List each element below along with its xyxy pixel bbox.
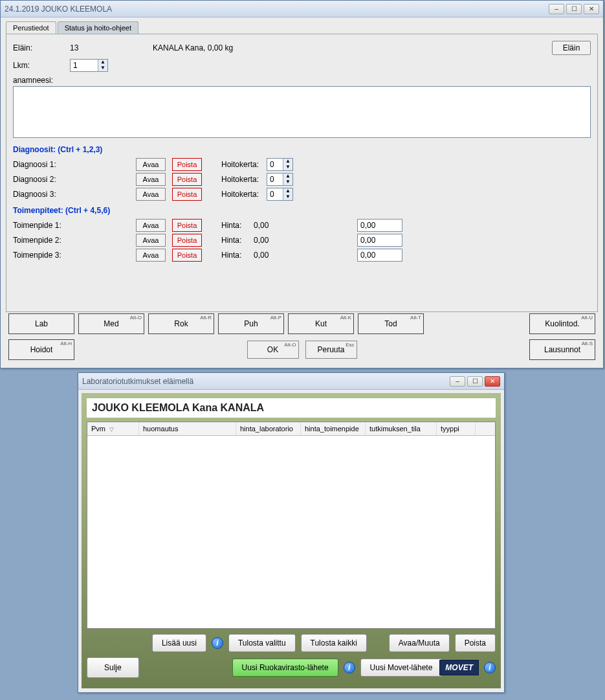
column-header-hinta_laboratorio[interactable]: hinta_laboratorio: [236, 422, 301, 435]
toimenpide-label: Toimenpide 1:: [13, 221, 129, 230]
kut-button[interactable]: KutAlt-K: [288, 313, 354, 334]
hoitokerta-input[interactable]: [267, 159, 283, 170]
avaa-button[interactable]: Avaa: [136, 188, 166, 201]
hinta-label: Hinta:: [221, 236, 247, 245]
poista-button[interactable]: Poista: [172, 158, 202, 171]
lab-table: Pvm▽huomautushinta_laboratoriohinta_toim…: [87, 422, 496, 629]
shortcut-label: Alt-H: [60, 341, 72, 346]
hoitokerta-stepper[interactable]: ▲▼: [267, 188, 293, 201]
shortcut-label: Alt-K: [340, 315, 351, 321]
uusi-ruokavirasto-button[interactable]: Uusi Ruokavirasto-lähete: [232, 659, 338, 677]
lab-window-title: Laboratoriotutkimukset eläimellä: [82, 377, 193, 386]
hoitokerta-stepper[interactable]: ▲▼: [267, 173, 293, 186]
perustiedot-panel: Eläin: 13 KANALA Kana, 0,00 kg Eläin Lkm…: [6, 34, 598, 312]
column-header-tutkimuksen_tila[interactable]: tutkimuksen_tila: [366, 422, 437, 435]
kuolintod-label: Kuolintod.: [545, 319, 579, 328]
lkm-stepper[interactable]: ▲▼: [70, 59, 108, 72]
avaa-button[interactable]: Avaa: [136, 158, 166, 171]
shortcut-label: Alt-R: [200, 315, 212, 321]
column-header-huomautus[interactable]: huomautus: [139, 422, 236, 435]
lisaa-uusi-button[interactable]: Lisää uusi: [152, 634, 206, 652]
column-header-tyyppi[interactable]: tyyppi: [437, 422, 476, 435]
column-header-Pvm[interactable]: Pvm▽: [87, 422, 139, 435]
button-label: Med: [104, 319, 118, 328]
rok-button[interactable]: RokAlt-R: [148, 313, 214, 334]
hoitokerta-stepper[interactable]: ▲▼: [267, 158, 293, 171]
lab-poista-button[interactable]: Poista: [455, 634, 496, 652]
elain-description: KANALA Kana, 0,00 kg: [153, 43, 233, 52]
ok-button[interactable]: OK Alt-O: [247, 341, 299, 359]
avaa-button[interactable]: Avaa: [136, 219, 166, 232]
shortcut-label: Alt-T: [410, 315, 421, 321]
button-label: Kut: [315, 319, 327, 328]
avaa-button[interactable]: Avaa: [136, 173, 166, 186]
info-icon[interactable]: i: [344, 662, 355, 673]
column-header-hinta_toimenpide[interactable]: hinta_toimenpide: [301, 422, 366, 435]
poista-button[interactable]: Poista: [172, 219, 202, 232]
hinta-value: 0,00: [254, 236, 292, 245]
info-icon[interactable]: i: [484, 662, 496, 673]
toimenpiteet-header: Toimenpiteet: (Ctrl + 4,5,6): [13, 206, 591, 215]
avaa-muuta-button[interactable]: Avaa/Muuta: [389, 634, 450, 652]
med-button[interactable]: MedAlt-O: [78, 313, 144, 334]
toimenpide-label: Toimenpide 2:: [13, 236, 129, 245]
poista-button[interactable]: Poista: [172, 173, 202, 186]
kuolintod-button[interactable]: Kuolintod. Alt-U: [529, 313, 595, 334]
chevron-down-icon[interactable]: ▼: [283, 179, 292, 185]
lkm-input[interactable]: [71, 60, 98, 71]
poista-button[interactable]: Poista: [172, 249, 202, 262]
poista-button[interactable]: Poista: [172, 188, 202, 201]
shortcut-label: Alt-S: [582, 341, 593, 346]
chevron-down-icon[interactable]: ▼: [98, 65, 107, 71]
minimize-icon[interactable]: –: [549, 4, 564, 14]
lausunnot-button[interactable]: Lausunnot Alt-S: [529, 339, 595, 360]
avaa-button[interactable]: Avaa: [136, 234, 166, 247]
chevron-down-icon[interactable]: ▼: [283, 194, 292, 200]
info-icon[interactable]: i: [212, 637, 223, 649]
toimenpide-label: Toimenpide 3:: [13, 251, 129, 260]
close-icon[interactable]: ✕: [485, 376, 500, 387]
maximize-icon[interactable]: ☐: [467, 376, 483, 387]
tab-perustiedot[interactable]: Perustiedot: [6, 21, 56, 34]
anamneesi-textarea[interactable]: [13, 86, 591, 138]
elain-id: 13: [70, 43, 148, 52]
tab-status-hoito[interactable]: Status ja hoito-ohjeet: [58, 21, 138, 34]
button-label: Rok: [174, 319, 188, 328]
lab-button[interactable]: Lab: [8, 313, 74, 334]
poista-button[interactable]: Poista: [172, 234, 202, 247]
tulosta-valittu-button[interactable]: Tulosta valittu: [228, 634, 296, 652]
peruuta-button[interactable]: Peruuta Esc: [305, 341, 357, 359]
hinta-label: Hinta:: [221, 221, 247, 230]
chevron-down-icon[interactable]: ▼: [283, 164, 292, 170]
hinta-input[interactable]: [357, 219, 402, 232]
lab-header: JOUKO KLEEMOLA Kana KANALA: [87, 398, 496, 418]
hoitokerta-label: Hoitokerta:: [221, 190, 260, 199]
tod-button[interactable]: TodAlt-T: [358, 313, 424, 334]
shortcut-label: Alt-O: [284, 342, 296, 348]
lab-titlebar: Laboratoriotutkimukset eläimellä – ☐ ✕: [78, 373, 504, 390]
lausunnot-label: Lausunnot: [544, 345, 580, 354]
diagnoosi-label: Diagnoosi 2:: [13, 175, 129, 184]
diagnoosit-header: Diagnoosit: (Ctrl + 1,2,3): [13, 145, 591, 154]
lab-table-body: [87, 436, 495, 624]
maximize-icon[interactable]: ☐: [566, 4, 582, 14]
uusi-movet-button[interactable]: Uusi Movet-lähete: [360, 659, 443, 677]
shortcut-label: Alt-P: [270, 315, 281, 321]
tulosta-kaikki-button[interactable]: Tulosta kaikki: [301, 634, 367, 652]
puh-button[interactable]: PuhAlt-P: [218, 313, 284, 334]
hoitokerta-input[interactable]: [267, 174, 283, 185]
minimize-icon[interactable]: –: [450, 376, 465, 387]
hoidot-button[interactable]: Hoidot Alt-H: [8, 339, 74, 360]
movet-logo: MOVET: [439, 660, 479, 675]
animal-treatment-window: 24.1.2019 JOUKO KLEEMOLA – ☐ ✕ Perustied…: [0, 0, 604, 368]
close-icon[interactable]: ✕: [584, 4, 599, 14]
sulje-button[interactable]: Sulje: [87, 657, 139, 678]
hoitokerta-input[interactable]: [267, 188, 283, 200]
shortcut-label: Alt-O: [130, 315, 142, 321]
hinta-input[interactable]: [357, 249, 402, 262]
avaa-button[interactable]: Avaa: [136, 249, 166, 262]
sort-desc-icon: ▽: [109, 426, 114, 433]
peruuta-label: Peruuta: [317, 345, 344, 354]
elain-button[interactable]: Eläin: [552, 41, 591, 55]
hinta-input[interactable]: [357, 234, 402, 247]
